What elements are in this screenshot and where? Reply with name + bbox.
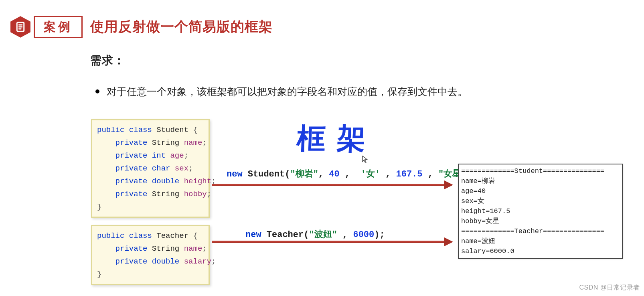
type-double: double <box>152 177 179 186</box>
kw-private: private <box>115 151 148 160</box>
requirement-text: 对于任意一个对象，该框架都可以把对象的字段名和对应的值，保存到文件中去。 <box>107 85 468 98</box>
field-age: age <box>170 151 184 160</box>
semi: ; <box>188 164 193 173</box>
kw-private: private <box>115 190 148 199</box>
kw-public: public <box>97 231 124 240</box>
student-code-panel: public class Student { private String na… <box>91 119 210 218</box>
page-title: 使用反射做一个简易版的框架 <box>90 18 273 36</box>
kw-private: private <box>115 138 148 147</box>
class-name: Student <box>156 126 188 134</box>
field-salary: salary <box>184 257 211 266</box>
type-string: String <box>152 138 179 147</box>
brace: { <box>193 231 197 240</box>
requirement-label: 需求： <box>90 53 125 68</box>
kw-private: private <box>115 257 148 266</box>
document-icon <box>9 15 32 39</box>
output-line: sex=女 <box>461 197 484 205</box>
watermark: CSDN @日常记录者 <box>579 284 640 292</box>
field-name: name <box>184 244 203 253</box>
output-file-panel: =============Student=============== name… <box>458 164 623 259</box>
semi: ; <box>207 190 211 199</box>
brace: } <box>97 203 101 211</box>
output-line: =============Student=============== <box>461 167 604 175</box>
field-name: name <box>184 138 203 147</box>
output-line: name=柳岩 <box>461 177 495 185</box>
semi: ; <box>211 257 216 266</box>
requirement-bullet: 对于任意一个对象，该框架都可以把对象的字段名和对应的值，保存到文件中去。 <box>95 85 468 98</box>
kw-class: class <box>129 126 152 134</box>
teacher-constructor-call: new Teacher("波妞" , 6000); <box>245 228 385 240</box>
semi: ; <box>202 244 207 253</box>
example-badge: 案例 <box>9 15 83 39</box>
semi: ; <box>184 151 188 160</box>
type-int: int <box>152 151 166 160</box>
semi: ; <box>202 138 207 147</box>
hexagon-icon <box>9 15 32 39</box>
kw-private: private <box>115 164 148 173</box>
kw-class: class <box>129 231 152 240</box>
teacher-code-panel: public class Teacher { private String na… <box>91 225 210 285</box>
output-line: name=波妞 <box>461 237 495 245</box>
type-double: double <box>152 257 179 266</box>
field-hobby: hobby <box>184 190 207 199</box>
type-string: String <box>152 190 179 199</box>
handwritten-framework-label: 框架 <box>296 120 377 158</box>
output-line: =============Teacher=============== <box>461 227 604 235</box>
output-line: age=40 <box>461 187 486 195</box>
brace: { <box>193 126 197 134</box>
field-sex: sex <box>175 164 188 173</box>
type-string: String <box>152 244 179 253</box>
output-line: height=167.5 <box>461 207 510 215</box>
field-height: height <box>184 177 211 186</box>
class-name: Teacher <box>156 231 188 240</box>
bullet-dot-icon <box>95 89 99 93</box>
kw-private: private <box>115 244 148 253</box>
student-constructor-call: new Student("柳岩", 40 , '女' , 167.5 , "女星… <box>227 168 482 180</box>
kw-public: public <box>97 126 124 134</box>
badge-label: 案例 <box>34 16 83 38</box>
type-char: char <box>152 164 170 173</box>
output-line: salary=6000.0 <box>461 247 514 255</box>
output-line: hobby=女星 <box>461 217 499 225</box>
kw-private: private <box>115 177 148 186</box>
brace: } <box>97 270 101 279</box>
cursor-icon <box>362 156 369 166</box>
